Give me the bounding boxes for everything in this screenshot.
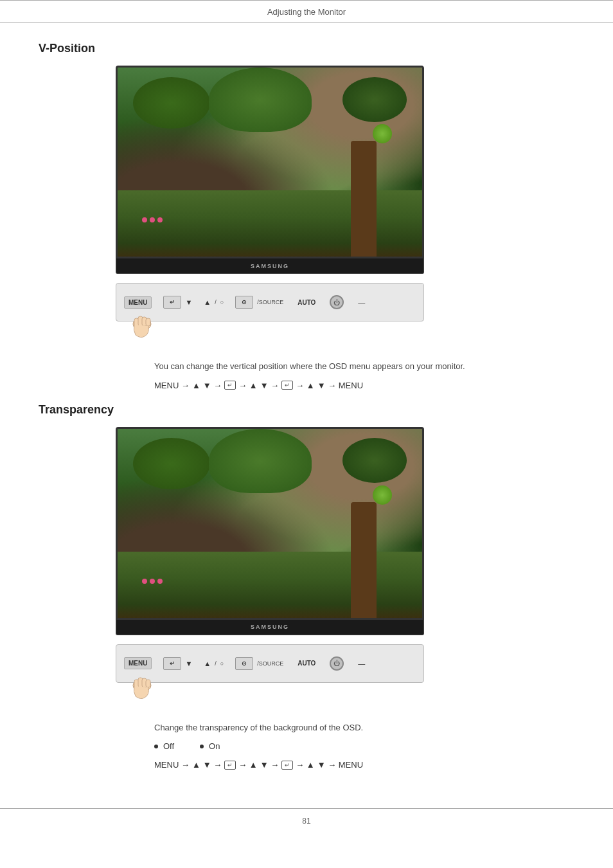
menu-path-transparency: MENU → ▲ ▼ → ↵ → ▲ ▼ → ↵ → ▲ ▼ → MENU: [154, 760, 574, 770]
section-heading-v-position: V-Position: [39, 42, 574, 55]
bullet-dot-off: [154, 745, 158, 748]
bullet-off: Off: [154, 741, 174, 751]
up-arrow-2: ▲: [204, 660, 211, 667]
foliage-right-2: [342, 438, 407, 483]
flower-2: [150, 217, 155, 222]
hand-svg-1: [129, 308, 168, 340]
btn-group-source-2: ⊙ /SOURCE: [235, 657, 283, 670]
path-down-t2: ▼ →: [260, 760, 279, 770]
page-header-title: Adjusting the Monitor: [0, 3, 613, 23]
source-button-2[interactable]: ⊙: [235, 657, 253, 670]
bullet-dot-on: [200, 745, 204, 748]
monitor-image-transparency: SAMSUNG: [116, 427, 574, 635]
dash-btn-2: —: [358, 660, 365, 667]
path-down-3: ▼ → MENU: [317, 381, 363, 390]
btn-group-3: ↵ ▼: [163, 657, 192, 670]
page-number: 81: [0, 813, 613, 829]
svg-rect-9: [146, 680, 150, 687]
enter-button-1[interactable]: ↵: [163, 296, 181, 309]
path-up-t1: ▲: [192, 760, 200, 770]
path-menu-t1: MENU →: [154, 760, 190, 770]
flower-3: [157, 217, 163, 222]
source-label-2: /SOURCE: [257, 660, 283, 667]
circle-icon-1: ○: [220, 299, 224, 305]
slash-separator-2: /: [215, 660, 217, 667]
foliage-left: [133, 77, 210, 129]
screen-bg-2: [118, 429, 422, 618]
menu-path-v-position: MENU → ▲ ▼ → ↵ → ▲ ▼ → ↵ → ▲ ▼ → MENU: [154, 381, 574, 390]
path-up-1: ▲: [192, 381, 200, 390]
bullet-label-off: Off: [163, 741, 174, 751]
bullet-label-on: On: [209, 741, 220, 751]
section-heading-transparency: Transparency: [39, 403, 574, 417]
up-arrow-1: ▲: [204, 298, 211, 306]
svg-rect-4: [146, 318, 150, 326]
menu-button-2[interactable]: MENU: [124, 657, 152, 669]
monitor-screen-v-position: [116, 66, 424, 258]
description-v-position: You can change the vertical position whe…: [154, 360, 574, 373]
green-orb: [373, 124, 392, 143]
path-down-2: ▼ →: [260, 381, 279, 390]
spacer-2: [39, 696, 574, 721]
top-rule: [0, 0, 613, 1]
flower-cluster-2: [142, 579, 163, 584]
menu-button-1[interactable]: MENU: [124, 296, 152, 309]
circle-icon-2: ○: [220, 660, 224, 667]
foliage-center: [209, 68, 312, 132]
btn-group-4: ▲ / ○: [204, 660, 224, 667]
monitor-image-v-position: SAMSUNG: [116, 66, 574, 274]
power-button-2[interactable]: ⏻: [330, 656, 344, 671]
auto-button-2[interactable]: AUTO: [295, 658, 318, 668]
path-enter-1: ↵: [224, 381, 236, 390]
tree-trunk-2: [351, 502, 377, 618]
control-panel-1: MENU ↵ ▼ ▲ / ○ ⊙ /SOURCE AUTO: [116, 283, 424, 321]
monitor-bottom-bar-2: SAMSUNG: [116, 620, 424, 635]
btn-group-2: ▲ / ○: [204, 298, 224, 306]
flower-cluster: [142, 217, 163, 222]
control-panel-wrapper-1: MENU ↵ ▼ ▲ / ○ ⊙ /SOURCE AUTO: [116, 283, 574, 321]
samsung-logo-1: SAMSUNG: [251, 263, 289, 269]
down-arrow-1: ▼: [185, 298, 192, 306]
tree-trunk: [351, 141, 377, 257]
path-enter-2: ↵: [281, 381, 293, 390]
control-panel-2: MENU ↵ ▼ ▲ / ○ ⊙ /SOURCE AUTO: [116, 644, 424, 683]
flower-6: [157, 579, 163, 584]
foliage-left-2: [133, 438, 210, 489]
flower-1: [142, 217, 147, 222]
bullet-on: On: [200, 741, 220, 751]
path-arrow-t3: → ▲: [296, 760, 314, 770]
monitor-screen-transparency: [116, 427, 424, 620]
path-down-t3: ▼ → MENU: [317, 760, 363, 770]
flower-5: [150, 579, 155, 584]
auto-button-1[interactable]: AUTO: [295, 298, 318, 307]
path-menu-1: MENU →: [154, 381, 190, 390]
path-enter-t2: ↵: [281, 761, 293, 770]
section-transparency: Transparency: [39, 403, 574, 770]
hand-svg-2: [129, 669, 168, 701]
green-orb-2: [373, 485, 392, 505]
down-arrow-2: ▼: [185, 660, 192, 667]
transparency-bullets: Off On: [154, 741, 574, 751]
description-transparency: Change the transparency of the backgroun…: [154, 721, 574, 734]
screen-bg: [118, 68, 422, 257]
path-down-t1: ▼ →: [203, 760, 222, 770]
hand-illustration-2: [129, 669, 168, 701]
source-label-1: /SOURCE: [257, 299, 283, 305]
path-arrow-2: → ▲: [238, 381, 257, 390]
flower-4: [142, 579, 147, 584]
btn-group-1: ↵ ▼: [163, 296, 192, 309]
footer-rule: [0, 808, 613, 809]
section-v-position: V-Position: [39, 42, 574, 390]
power-button-1[interactable]: ⏻: [330, 295, 344, 309]
path-down-1: ▼ →: [203, 381, 222, 390]
foliage-right: [342, 77, 407, 122]
samsung-logo-2: SAMSUNG: [251, 624, 289, 630]
path-enter-t1: ↵: [224, 761, 236, 770]
control-panel-wrapper-2: MENU ↵ ▼ ▲ / ○ ⊙ /SOURCE AUTO: [116, 644, 574, 683]
dash-btn-1: —: [358, 298, 365, 306]
monitor-bottom-bar-1: SAMSUNG: [116, 258, 424, 274]
source-button-1[interactable]: ⊙: [235, 296, 253, 309]
enter-button-2[interactable]: ↵: [163, 657, 181, 670]
page-container: Adjusting the Monitor V-Position: [0, 0, 613, 868]
btn-group-source-1: ⊙ /SOURCE: [235, 296, 283, 309]
